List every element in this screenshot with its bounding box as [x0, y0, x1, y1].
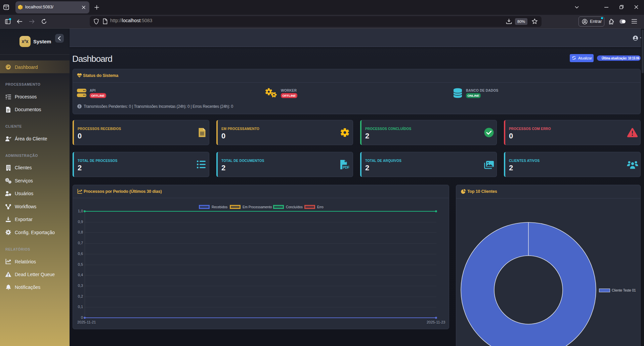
- svg-text:PDF: PDF: [343, 165, 350, 169]
